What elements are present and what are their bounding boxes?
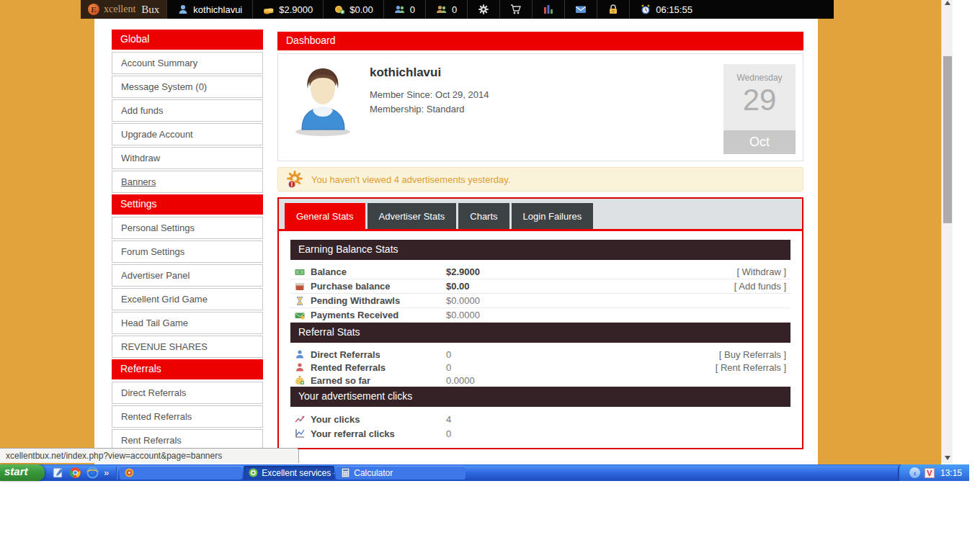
topbar-security-button[interactable] <box>597 0 630 19</box>
sidebar-item-withdraw[interactable]: Withdraw <box>112 147 263 169</box>
page-title: Dashboard <box>277 32 803 50</box>
bar-chart-icon <box>543 4 554 15</box>
taskbar: start e » Excellent services - C... Calc… <box>0 464 969 481</box>
person-red-icon <box>295 362 305 372</box>
gear-warning-icon: ! <box>285 170 304 189</box>
sidebar-item-add-funds[interactable]: Add funds <box>112 99 263 122</box>
rented-referrals-count: 0 <box>452 4 457 15</box>
section-earning-balance-stats: Earning Balance Stats <box>290 240 790 260</box>
tab-login-failures[interactable]: Login Failures <box>512 203 594 229</box>
sidebar-section-referrals: Referrals <box>112 359 263 379</box>
topbar-server-time: 06:15:55 <box>630 0 703 19</box>
row-your-referral-clicks: Your referral clicks 0 <box>290 426 790 441</box>
gear-icon <box>478 4 489 15</box>
task-label: Excellent services - C... <box>262 468 334 478</box>
buy-referrals-link[interactable]: [ Buy Referrals ] <box>719 349 786 360</box>
task-button-calculator[interactable]: Calculator <box>336 466 466 480</box>
moneybag-icon <box>295 375 305 385</box>
tray-v-icon[interactable]: V <box>925 468 935 478</box>
notice-text: You haven't viewed 4 advertisements yest… <box>311 174 510 185</box>
topbar-direct-referrals[interactable]: 0 <box>384 0 426 19</box>
start-button[interactable]: start <box>0 464 45 481</box>
scroll-down-arrow-icon[interactable] <box>945 456 950 460</box>
row-label: Payments Received <box>311 310 446 320</box>
row-value: 0.0000 <box>446 375 786 386</box>
topbar-messages-button[interactable] <box>565 0 597 19</box>
topbar-shop-button[interactable] <box>500 0 533 19</box>
rent-referrals-link[interactable]: [ Rent Referrals ] <box>716 362 786 373</box>
lock-icon <box>607 4 619 15</box>
withdraw-link[interactable]: [ Withdraw ] <box>736 266 786 277</box>
date-day: 29 <box>723 83 796 117</box>
scrollbar-thumb[interactable] <box>943 56 952 223</box>
hourglass-icon <box>295 296 305 306</box>
task-button-coccoc[interactable] <box>120 466 242 480</box>
tab-charts[interactable]: Charts <box>458 203 509 229</box>
user-icon <box>177 4 189 15</box>
browser-scrollbar[interactable] <box>941 0 953 463</box>
tab-general-stats[interactable]: General Stats <box>285 203 365 229</box>
topbar-purchase-balance[interactable]: $0.00 <box>324 0 384 19</box>
scroll-up-arrow-icon[interactable] <box>945 1 950 5</box>
tray-collapse-chevron[interactable]: ‹ <box>909 467 920 478</box>
task-button-excellent-services[interactable]: Excellent services - C... <box>244 466 334 480</box>
app-icon[interactable] <box>52 467 64 479</box>
site-logo[interactable]: E xcellent Bux <box>81 0 167 19</box>
sidebar-item-personal-settings[interactable]: Personal Settings <box>112 217 263 239</box>
ie-icon[interactable]: e <box>86 467 99 479</box>
sidebar-item-banners[interactable]: Banners <box>112 171 263 193</box>
sidebar-section-settings: Settings <box>112 194 263 215</box>
add-funds-link[interactable]: [ Add funds ] <box>734 281 786 292</box>
stats-panel: General Stats Advertiser Stats Charts Lo… <box>277 197 803 449</box>
sidebar-item-account-summary[interactable]: Account Summary <box>112 52 263 74</box>
profile-name: kothichlavui <box>370 66 441 80</box>
row-value: 0 <box>446 362 716 373</box>
sidebar-item-head-tail-game[interactable]: Head Tail Game <box>112 312 263 334</box>
sidebar-item-upgrade-account[interactable]: Upgrade Account <box>112 123 263 145</box>
sidebar-item-forum-settings[interactable]: Forum Settings <box>112 240 263 263</box>
tab-advertiser-stats[interactable]: Advertiser Stats <box>368 203 457 229</box>
topbar-username[interactable]: kothichlavui <box>167 0 253 19</box>
row-value: $0.0000 <box>446 310 786 320</box>
topbar-stats-button[interactable] <box>533 0 565 19</box>
chrome-icon[interactable] <box>69 467 81 479</box>
coins-icon <box>263 4 275 15</box>
sidebar-item-revenue-shares[interactable]: REVENUE SHARES <box>112 336 263 358</box>
earning-rows: Balance $2.9000 [ Withdraw ] Purchase ba… <box>290 265 790 323</box>
cart-icon <box>510 4 522 15</box>
topbar-rented-referrals[interactable]: 0 <box>426 0 468 19</box>
coccoc-icon <box>125 468 134 477</box>
date-month: Oct <box>723 130 796 154</box>
row-rented-referrals: Rented Referrals 0 [ Rent Referrals ] <box>290 361 790 374</box>
status-url-tooltip: xcellentbux.net/index.php?view=account&p… <box>0 448 299 463</box>
row-label: Purchase balance <box>311 281 446 292</box>
row-value: 4 <box>446 414 786 425</box>
payments-icon <box>295 310 305 320</box>
topbar-balance[interactable]: $2.9000 <box>253 0 324 19</box>
coin-add-icon <box>334 4 345 15</box>
tray-clock[interactable]: 13:15 <box>939 468 962 478</box>
quick-launch-overflow-chevron[interactable]: » <box>104 467 109 478</box>
general-stats-content: Earning Balance Stats Balance $2.9000 [ … <box>279 231 802 441</box>
sidebar-section-global: Global <box>112 30 263 50</box>
sidebar-item-rented-referrals[interactable]: Rented Referrals <box>112 405 263 428</box>
sidebar-item-direct-referrals[interactable]: Direct Referrals <box>112 382 263 404</box>
referral-rows: Direct Referrals 0 [ Buy Referrals ] Ren… <box>290 348 790 387</box>
sidebar-item-advertiser-panel[interactable]: Advertiser Panel <box>112 264 263 287</box>
server-time-label: 06:15:55 <box>656 4 692 15</box>
sidebar-item-excellent-grid-game[interactable]: Excellent Grid Game <box>112 288 263 310</box>
sidebar-item-message-system[interactable]: Message System (0) <box>112 76 263 98</box>
profile-card: kothichlavui Member Since: Oct 29, 2014 … <box>277 53 803 161</box>
group-icon <box>394 4 406 15</box>
row-direct-referrals: Direct Referrals 0 [ Buy Referrals ] <box>290 348 790 361</box>
group2-icon <box>436 4 447 15</box>
calculator-icon <box>341 468 350 477</box>
row-purchase-balance: Purchase balance $0.00 [ Add funds ] <box>290 279 790 294</box>
taskbar-divider <box>116 467 117 480</box>
row-label: Direct Referrals <box>311 349 446 360</box>
section-advertisement-clicks: Your advertisement clicks <box>290 387 790 407</box>
topbar-settings-button[interactable] <box>468 0 500 19</box>
svg-text:!: ! <box>291 181 293 188</box>
date-weekday: Wednesday <box>723 64 796 83</box>
purchase-icon <box>295 282 305 292</box>
